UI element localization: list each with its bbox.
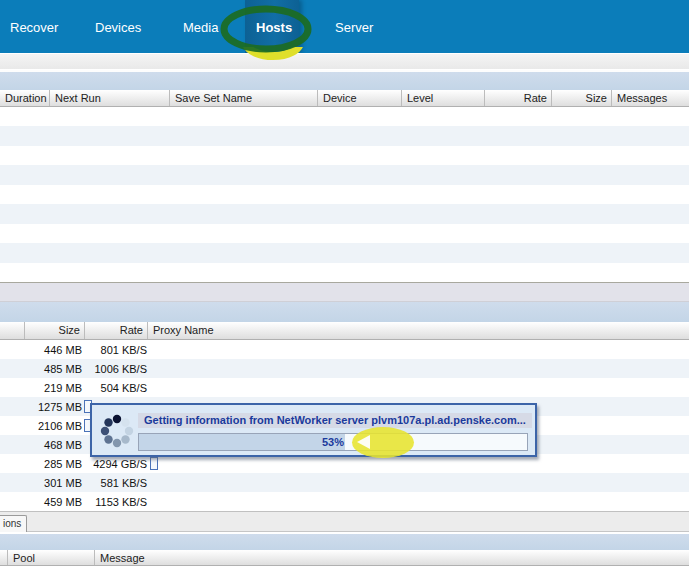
col-spacer — [0, 322, 25, 339]
networker-console-window: Recover Devices Media Hosts Server Durat… — [0, 0, 689, 574]
progress-bar: 53% — [138, 433, 528, 451]
col-messages[interactable]: Messages — [612, 90, 689, 106]
group-band-middle — [0, 302, 689, 322]
dialog-title: Getting information from NetWorker serve… — [138, 413, 532, 428]
tab-server[interactable]: Server — [335, 20, 373, 35]
tab-devices[interactable]: Devices — [95, 20, 141, 35]
empty-row — [0, 243, 689, 262]
size-cell: 468 MB — [0, 439, 82, 451]
rate-cell: 581 KB/S — [85, 477, 147, 489]
size-cell: 485 MB — [0, 363, 82, 375]
tab-recover[interactable]: Recover — [10, 20, 58, 35]
top-navbar: Recover Devices Media Hosts Server — [0, 0, 689, 53]
size-cell: 446 MB — [0, 344, 82, 356]
table-row[interactable]: 459 MB 1153 KB/S — [0, 492, 689, 511]
table-row[interactable]: 301 MB 581 KB/S — [0, 473, 689, 492]
col-rate[interactable]: Rate — [85, 322, 148, 339]
progress-cell-icon — [150, 457, 158, 470]
empty-row — [0, 263, 689, 282]
col-size[interactable]: Size — [552, 90, 612, 106]
col-spacer — [0, 550, 8, 565]
col-pool[interactable]: Pool — [8, 550, 95, 565]
pane-splitter[interactable] — [0, 282, 689, 302]
tab-media[interactable]: Media — [183, 20, 218, 35]
col-save-set-name[interactable]: Save Set Name — [170, 90, 318, 106]
toolbar-band — [0, 53, 689, 70]
col-message[interactable]: Message — [95, 550, 689, 565]
group-band-bottom — [0, 534, 689, 550]
sessions-table-header: Size Rate Proxy Name — [0, 322, 689, 340]
empty-row — [0, 107, 689, 126]
col-device[interactable]: Device — [318, 90, 402, 106]
rate-cell: 1006 KB/S — [85, 363, 147, 375]
sessions-tab[interactable]: ions — [0, 515, 27, 532]
rate-cell: 504 KB/S — [85, 382, 147, 394]
empty-row — [0, 126, 689, 145]
group-band-top — [0, 72, 689, 90]
empty-row — [0, 185, 689, 204]
empty-row — [0, 204, 689, 223]
col-duration[interactable]: Duration — [0, 90, 50, 106]
progress-percent-label: 53% — [139, 434, 527, 450]
bottom-tabstrip: ions — [0, 512, 689, 532]
col-next-run[interactable]: Next Run — [50, 90, 170, 106]
monitoring-table-body — [0, 107, 689, 282]
progress-dialog: Getting information from NetWorker serve… — [90, 403, 537, 457]
size-cell: 2106 MB — [0, 420, 82, 432]
monitoring-table-header: Duration Next Run Save Set Name Device L… — [0, 90, 689, 107]
size-cell: 459 MB — [0, 496, 82, 508]
size-cell: 1275 MB — [0, 401, 82, 413]
empty-row — [0, 146, 689, 165]
size-cell: 285 MB — [0, 458, 82, 470]
size-cell: 301 MB — [0, 477, 82, 489]
col-rate[interactable]: Rate — [485, 90, 552, 106]
size-cell: 219 MB — [0, 382, 82, 394]
col-proxy-name[interactable]: Proxy Name — [148, 322, 689, 339]
table-row[interactable]: 219 MB 504 KB/S — [0, 378, 689, 397]
busy-spinner-icon — [99, 413, 135, 449]
rate-cell: 1153 KB/S — [85, 496, 147, 508]
table-row[interactable]: 446 MB 801 KB/S — [0, 340, 689, 359]
empty-row — [0, 224, 689, 243]
tab-hosts[interactable]: Hosts — [256, 20, 292, 35]
table-row[interactable]: 485 MB 1006 KB/S — [0, 359, 689, 378]
rate-cell: 4294 GB/S — [85, 458, 147, 470]
alerts-table-header: Pool Message — [0, 550, 689, 566]
col-level[interactable]: Level — [402, 90, 485, 106]
rate-cell: 801 KB/S — [85, 344, 147, 356]
empty-row — [0, 165, 689, 184]
col-size[interactable]: Size — [25, 322, 85, 339]
